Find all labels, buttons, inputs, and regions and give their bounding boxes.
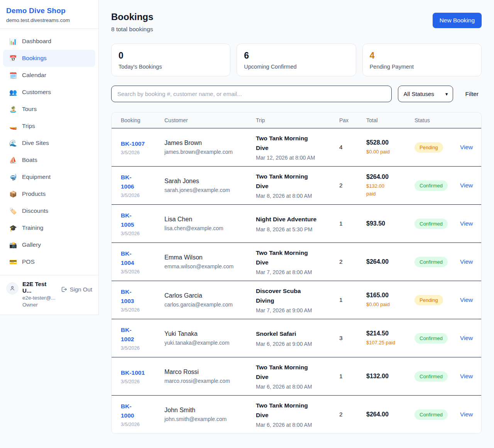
customer-name: Lisa Chen bbox=[164, 216, 250, 223]
user-role: Owner bbox=[22, 302, 57, 308]
total-amount: $214.50 bbox=[366, 330, 409, 337]
view-booking-link[interactable]: View bbox=[460, 296, 473, 303]
booking-date: 3/5/2026 bbox=[121, 231, 159, 236]
sidebar-item-customers[interactable]: 👥 Customers bbox=[3, 84, 95, 101]
sidebar-item-gallery[interactable]: 📸 Gallery bbox=[3, 236, 95, 253]
trip-name: Two Tank Morning Dive bbox=[256, 248, 334, 267]
view-booking-link[interactable]: View bbox=[460, 411, 473, 418]
table-row: BK- 1003 3/5/2026 Carlos Garcia carlos.g… bbox=[112, 281, 481, 319]
trip-name: Two Tank Morning Dive bbox=[256, 401, 334, 419]
trip-name: Snorkel Safari bbox=[256, 329, 334, 339]
booking-id-link[interactable]: BK- 1000 bbox=[121, 402, 134, 420]
sign-out-button[interactable]: Sign Out bbox=[61, 286, 92, 293]
table-row: BK- 1005 3/5/2026 Lisa Chen lisa.chen@ex… bbox=[112, 204, 481, 243]
column-header-customer: Customer bbox=[164, 117, 256, 123]
booking-id-link[interactable]: BK- 1006 bbox=[121, 173, 134, 191]
sidebar-item-training[interactable]: 🎓 Training bbox=[3, 219, 95, 236]
pax-count: 2 bbox=[339, 182, 366, 189]
trip-datetime: Mar 12, 2026 at 8:00 AM bbox=[256, 155, 334, 161]
sidebar-item-dashboard[interactable]: 📊 Dashboard bbox=[3, 33, 95, 50]
sidebar-item-pos[interactable]: 💳 POS bbox=[3, 253, 95, 270]
sidebar: Demo Dive Shop demo.test.divestreams.com… bbox=[0, 0, 99, 315]
booking-date: 3/5/2026 bbox=[121, 269, 159, 275]
sidebar-header: Demo Dive Shop demo.test.divestreams.com bbox=[0, 0, 98, 29]
credit-card-icon: 💳 bbox=[9, 258, 17, 266]
table-row: BK- 1002 3/5/2026 Yuki Tanaka yuki.tanak… bbox=[112, 319, 481, 357]
diving-mask-icon: 🤿 bbox=[9, 173, 17, 181]
trip-name: Night Dive Adventure bbox=[256, 215, 334, 224]
speedboat-icon: 🚤 bbox=[9, 123, 17, 130]
status-filter-select[interactable]: All Statuses bbox=[398, 86, 453, 102]
customer-email: marco.rossi@example.com bbox=[164, 378, 250, 384]
new-booking-button[interactable]: New Booking bbox=[433, 13, 482, 28]
customer-email: sarah.jones@example.com bbox=[164, 187, 250, 193]
stat-card-todays-bookings: 0 Today's Bookings bbox=[111, 44, 230, 76]
search-input[interactable] bbox=[111, 86, 392, 102]
trip-datetime: Mar 6, 2026 at 8:00 AM bbox=[256, 384, 334, 390]
sidebar-item-calendar[interactable]: 🗓️ Calendar bbox=[3, 67, 95, 84]
pax-count: 1 bbox=[339, 373, 366, 380]
booking-date: 3/5/2026 bbox=[121, 379, 159, 384]
total-amount: $264.00 bbox=[366, 258, 409, 265]
stat-label: Today's Bookings bbox=[118, 64, 223, 70]
logout-icon bbox=[61, 286, 67, 293]
booking-id-link[interactable]: BK- 1005 bbox=[121, 211, 134, 229]
status-badge: Confirmed bbox=[414, 257, 448, 267]
sidebar-item-trips[interactable]: 🚤 Trips bbox=[3, 118, 95, 135]
view-booking-link[interactable]: View bbox=[460, 258, 473, 265]
booking-id-link[interactable]: BK-1007 bbox=[121, 139, 145, 148]
sidebar-item-products[interactable]: 📦 Products bbox=[3, 185, 95, 202]
sidebar-item-discounts[interactable]: 🏷️ Discounts bbox=[3, 202, 95, 219]
package-icon: 📦 bbox=[9, 190, 17, 198]
sidebar-item-equipment[interactable]: 🤿 Equipment bbox=[3, 168, 95, 185]
sidebar-item-dive-sites[interactable]: 🌊 Dive Sites bbox=[3, 135, 95, 152]
column-header-status: Status bbox=[414, 117, 460, 123]
customer-name: Marco Rossi bbox=[164, 369, 250, 376]
sidebar-item-bookings[interactable]: 📅 Bookings bbox=[3, 50, 95, 67]
sidebar-item-boats[interactable]: ⛵ Boats bbox=[3, 152, 95, 168]
view-booking-link[interactable]: View bbox=[460, 335, 473, 341]
total-amount: $132.00 bbox=[366, 373, 409, 380]
stat-card-upcoming-confirmed: 6 Upcoming Confirmed bbox=[237, 44, 356, 76]
table-row: BK- 1006 3/5/2026 Sarah Jones sarah.jone… bbox=[112, 166, 481, 204]
stat-label: Upcoming Confirmed bbox=[244, 64, 349, 70]
paid-amount: $0.00 paid bbox=[366, 148, 409, 156]
customer-name: Emma Wilson bbox=[164, 254, 250, 261]
bar-chart-icon: 📊 bbox=[9, 38, 17, 45]
shop-domain: demo.test.divestreams.com bbox=[6, 17, 92, 23]
status-badge: Confirmed bbox=[414, 219, 448, 229]
view-booking-link[interactable]: View bbox=[460, 220, 473, 227]
tag-icon: 🏷️ bbox=[9, 207, 17, 215]
booking-id-link[interactable]: BK- 1004 bbox=[121, 249, 134, 268]
user-email: e2e-tester@... bbox=[22, 295, 57, 301]
table-row: BK-1007 3/5/2026 James Brown james.brown… bbox=[112, 128, 481, 166]
stats-row: 0 Today's Bookings 6 Upcoming Confirmed … bbox=[111, 44, 482, 76]
trip-datetime: Mar 8, 2026 at 8:00 AM bbox=[256, 193, 334, 199]
view-booking-link[interactable]: View bbox=[460, 144, 473, 150]
view-booking-link[interactable]: View bbox=[460, 373, 473, 379]
sidebar-item-tours[interactable]: 🏝️ Tours bbox=[3, 101, 95, 118]
table-row: BK- 1000 3/5/2026 John Smith john.smith@… bbox=[112, 395, 481, 433]
stat-label: Pending Payment bbox=[370, 64, 474, 70]
avatar bbox=[6, 282, 19, 295]
customer-name: James Brown bbox=[164, 140, 250, 147]
trip-datetime: Mar 6, 2026 at 8:00 AM bbox=[256, 422, 334, 428]
pax-count: 3 bbox=[339, 335, 366, 342]
paid-amount: $132.00 paid bbox=[366, 182, 409, 197]
stat-value: 0 bbox=[118, 51, 223, 61]
filter-button[interactable]: Filter bbox=[465, 91, 479, 98]
booking-date: 3/5/2026 bbox=[121, 150, 159, 155]
trip-datetime: Mar 6, 2026 at 9:00 AM bbox=[256, 341, 334, 347]
pax-count: 1 bbox=[339, 296, 366, 303]
booking-id-link[interactable]: BK-1001 bbox=[121, 368, 145, 377]
customer-email: carlos.garcia@example.com bbox=[164, 301, 250, 308]
view-booking-link[interactable]: View bbox=[460, 182, 473, 189]
booking-id-link[interactable]: BK- 1003 bbox=[121, 287, 134, 306]
sailboat-icon: ⛵ bbox=[9, 157, 17, 164]
booking-id-link[interactable]: BK- 1002 bbox=[121, 325, 134, 344]
main-content: Bookings 8 total bookings New Booking 0 … bbox=[99, 0, 494, 446]
status-badge: Pending bbox=[414, 295, 443, 305]
bookings-table: Booking Customer Trip Pax Total Status B… bbox=[111, 112, 482, 434]
trip-name: Two Tank Morning Dive bbox=[256, 363, 334, 381]
column-header-booking: Booking bbox=[121, 117, 164, 123]
